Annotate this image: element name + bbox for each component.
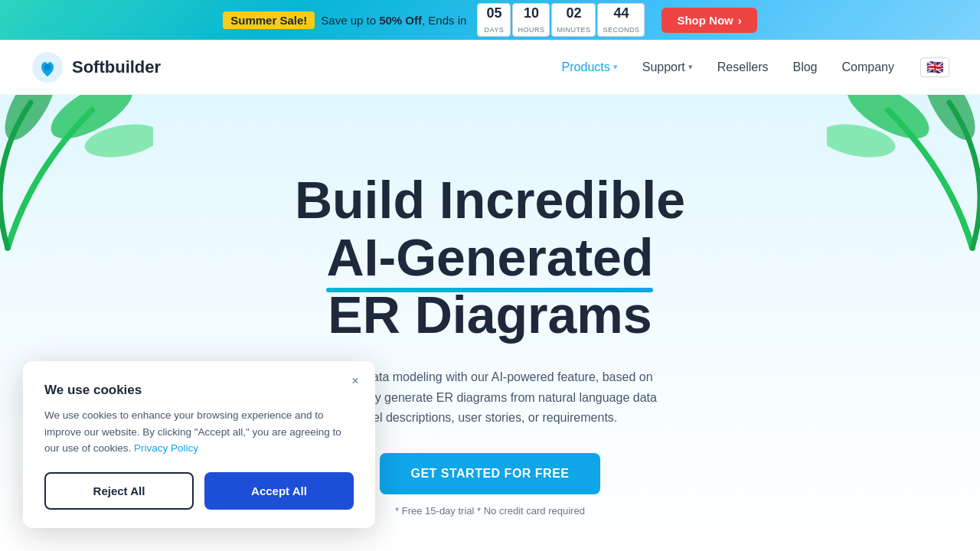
reject-all-button[interactable]: Reject All [44,472,194,510]
cookie-buttons: Reject All Accept All [44,472,354,510]
cookie-text: We use cookies to enhance your browsing … [44,407,354,457]
cookie-title: We use cookies [44,383,354,398]
top-banner: Summer Sale! Save up to 50% Off, Ends in… [0,0,980,40]
countdown-timer: 05 DAYS 10 HOURS 02 MINUTES 44 SECONDS [477,3,645,37]
nav-company[interactable]: Company [831,54,905,80]
banner-save-text: Save up to 50% Off, Ends in [321,14,466,27]
nav-products[interactable]: Products ▾ [551,54,629,80]
logo-text: Softbuilder [72,57,161,77]
palm-left-decoration [0,95,153,263]
privacy-policy-link[interactable]: Privacy Policy [134,442,198,454]
hero-note: * Free 15-day trial * No credit card req… [395,505,585,517]
cookie-close-button[interactable]: × [346,372,364,390]
svg-point-1 [44,64,51,70]
chevron-down-icon: ▾ [688,62,693,72]
logo-icon [31,51,64,84]
nav-company-link[interactable]: Company [831,54,905,80]
nav-blog-link[interactable]: Blog [782,54,828,80]
nav-resellers-link[interactable]: Resellers [707,54,779,80]
countdown-minutes: 02 MINUTES [551,3,596,37]
countdown-days: 05 DAYS [477,3,511,37]
nav-blog[interactable]: Blog [782,54,828,80]
countdown-seconds: 44 SECONDS [597,3,645,37]
language-selector[interactable]: 🇬🇧 [920,57,949,77]
logo[interactable]: Softbuilder [31,51,161,84]
cookie-banner: × We use cookies We use cookies to enhan… [23,361,375,528]
sale-badge: Summer Sale! [223,11,315,29]
get-started-button[interactable]: GET STARTED FOR FREE [380,453,599,494]
nav-support[interactable]: Support ▾ [632,54,704,80]
chevron-down-icon: ▾ [613,62,618,72]
palm-right-decoration [827,95,980,263]
nav-products-link[interactable]: Products ▾ [551,54,629,80]
shop-now-button[interactable]: Shop Now › [662,8,756,33]
accept-all-button[interactable]: Accept All [204,472,354,510]
navbar: Softbuilder Products ▾ Support ▾ Reselle… [0,40,980,95]
countdown-hours: 10 HOURS [512,3,550,37]
nav-links: Products ▾ Support ▾ Resellers Blog Comp… [551,54,905,80]
hero-title: Build Incredible AI-Generated ER Diagram… [295,171,685,343]
nav-support-link[interactable]: Support ▾ [632,54,704,80]
nav-resellers[interactable]: Resellers [707,54,779,80]
